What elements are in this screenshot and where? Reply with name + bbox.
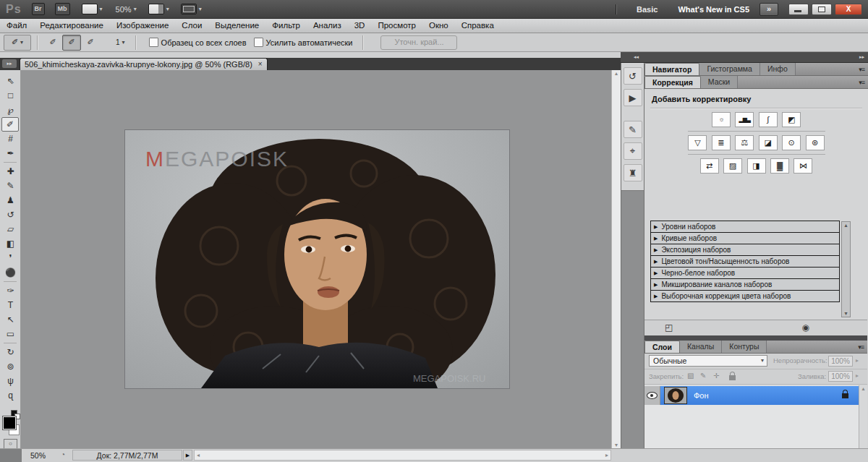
brush-tool[interactable]: ✎ — [0, 179, 21, 193]
healing-brush-tool[interactable]: ✚ — [0, 164, 21, 179]
preset-row-hue-saturation[interactable]: ▶ Цветовой тон/Насыщенность наборов — [650, 255, 840, 268]
photo-filter-icon[interactable]: ⊙ — [782, 135, 801, 150]
expanded-view-icon[interactable]: ◰ — [665, 322, 673, 333]
visibility-gutter[interactable] — [644, 386, 660, 405]
eyedropper-tool[interactable]: ✒ — [0, 146, 21, 161]
shape-tool[interactable]: ▭ — [0, 327, 21, 341]
status-flyout-icon[interactable]: ▶ — [183, 450, 192, 461]
presets-scrollbar[interactable]: ▴ ▾ — [841, 221, 851, 317]
fill-spinner-icon[interactable]: ▸ — [856, 372, 859, 379]
preset-row-black-white[interactable]: ▶ Черно-белое наборов — [650, 267, 840, 279]
exposure-icon[interactable]: ◩ — [782, 112, 801, 127]
marquee-tool[interactable]: □ — [0, 88, 21, 103]
selection-mode-new-button[interactable]: ✐ — [43, 35, 62, 51]
expand-triangle-icon[interactable]: ▶ — [654, 259, 658, 265]
screen-mode-icon[interactable] — [181, 4, 197, 14]
orbit-3d-tool[interactable]: ⊚ — [0, 359, 21, 374]
gradient-tool[interactable]: ◧ — [0, 236, 21, 251]
view-extras-icon[interactable] — [82, 4, 98, 14]
selection-mode-subtract-button[interactable]: ✐ — [81, 35, 100, 51]
canvas-horizontal-scrollbar[interactable]: ◂ ▸ — [194, 450, 611, 461]
brightness-contrast-icon[interactable]: ☼ — [712, 112, 731, 127]
black-white-icon[interactable]: ◪ — [759, 135, 778, 150]
layer-name[interactable]: Фон — [694, 391, 835, 400]
expand-triangle-icon[interactable]: ▶ — [654, 294, 658, 299]
lock-pixels-icon[interactable]: ✎ — [700, 372, 706, 380]
panel-menu-icon[interactable]: ▾≡ — [858, 343, 864, 351]
arrange-documents-icon[interactable] — [148, 4, 164, 14]
expand-triangle-icon[interactable]: ▶ — [654, 270, 658, 276]
foreground-color-swatch[interactable] — [3, 416, 16, 429]
brush-presets-panel-icon[interactable]: ✎ — [624, 121, 642, 138]
lock-transparency-icon[interactable]: ▧ — [687, 372, 694, 380]
history-brush-tool[interactable]: ↺ — [0, 208, 21, 222]
zoom-level-field[interactable]: 50% — [116, 5, 132, 14]
close-button[interactable]: X — [835, 4, 862, 15]
menu-filter[interactable]: Фильтр — [265, 19, 307, 33]
menu-select[interactable]: Выделение — [208, 19, 265, 33]
eye-icon[interactable] — [647, 392, 658, 399]
expand-triangle-icon[interactable]: ▶ — [654, 247, 658, 253]
layer-row-background[interactable]: Фон — [644, 386, 859, 405]
rotate-3d-tool[interactable]: ↻ — [0, 345, 21, 359]
current-tool-preset[interactable]: ✐ ▾ — [4, 35, 31, 51]
selective-color-icon[interactable]: ⋈ — [793, 158, 812, 174]
menu-view[interactable]: Просмотр — [371, 19, 422, 33]
expand-triangle-icon[interactable]: ▶ — [654, 224, 658, 230]
expand-triangle-icon[interactable]: ▶ — [654, 282, 658, 288]
cs-live-button[interactable]: » — [760, 3, 778, 16]
workspace-switcher[interactable]: Basic — [637, 5, 658, 14]
fill-value[interactable]: 100% — [828, 371, 853, 382]
scroll-right-icon[interactable]: ▸ — [605, 452, 608, 458]
eraser-tool[interactable]: ▱ — [0, 222, 21, 236]
view-extras-caret-icon[interactable]: ▾ — [100, 6, 103, 12]
invert-icon[interactable]: ⇄ — [700, 158, 719, 174]
menu-layers[interactable]: Слои — [175, 19, 208, 33]
zoom-tool[interactable]: ɋ — [0, 388, 21, 403]
statusbar-zoom-field[interactable]: 50% — [30, 451, 46, 460]
tool-presets-panel-icon[interactable]: ♜ — [624, 164, 642, 181]
dodge-tool[interactable]: ⚫ — [0, 265, 21, 280]
zoom-caret-icon[interactable]: ▾ — [134, 6, 137, 12]
sample-all-layers-checkbox[interactable] — [149, 38, 158, 47]
preset-row-channel-mixer[interactable]: ▶ Микширование каналов наборов — [650, 278, 840, 291]
tab-paths[interactable]: Контуры — [722, 341, 767, 353]
clone-stamp-tool[interactable]: ♟ — [0, 193, 21, 208]
scroll-up-icon[interactable]: ▴ — [861, 385, 864, 392]
tab-overflow-icon[interactable]: ▸▸ — [2, 59, 17, 68]
quick-selection-tool[interactable]: ✐ — [1, 117, 19, 132]
tab-info[interactable]: Инфо — [760, 63, 796, 75]
preset-row-selective-color[interactable]: ▶ Выборочная коррекция цвета наборов — [650, 290, 840, 302]
brush-size-value[interactable]: 1 — [116, 38, 120, 46]
opacity-value[interactable]: 100% — [828, 356, 853, 367]
clip-to-layer-icon[interactable]: ◉ — [802, 322, 809, 333]
tab-masks[interactable]: Маски — [701, 76, 738, 88]
document-image[interactable]: MEGAPOISK MEGAPOISK.RU — [125, 130, 509, 388]
scroll-left-icon[interactable]: ◂ — [197, 452, 200, 458]
blur-tool[interactable]: ❜ — [0, 251, 21, 265]
opacity-spinner-icon[interactable]: ▸ — [856, 357, 859, 364]
tab-channels[interactable]: Каналы — [680, 341, 722, 353]
menu-window[interactable]: Окно — [422, 19, 455, 33]
layer-thumbnail[interactable] — [665, 388, 686, 403]
tab-histogram[interactable]: Гистограмма — [699, 63, 760, 75]
threshold-icon[interactable]: ◨ — [747, 158, 766, 174]
history-panel-icon[interactable]: ↺ — [624, 67, 642, 85]
scroll-down-icon[interactable]: ▾ — [615, 442, 618, 448]
expand-triangle-icon[interactable]: ▶ — [654, 236, 658, 241]
menu-3d[interactable]: 3D — [348, 19, 372, 33]
menu-analysis[interactable]: Анализ — [307, 19, 348, 33]
curves-icon[interactable]: ∫ — [759, 112, 778, 127]
menu-image[interactable]: Изображение — [110, 19, 175, 33]
vibrance-icon[interactable]: ▽ — [688, 135, 707, 150]
mini-bridge-button[interactable]: Mb — [55, 3, 70, 15]
levels-icon[interactable]: ▂▆▃ — [735, 112, 754, 127]
preset-row-exposure[interactable]: ▶ Экспозиция наборов — [650, 244, 840, 256]
minimize-button[interactable] — [788, 4, 809, 15]
hue-saturation-icon[interactable]: ≣ — [712, 135, 731, 150]
menu-edit[interactable]: Редактирование — [33, 19, 110, 33]
clone-source-panel-icon[interactable]: ⌖ — [624, 142, 642, 160]
move-tool[interactable]: ⇖ — [0, 74, 21, 88]
refine-edge-button[interactable]: Уточн. край... — [380, 35, 457, 50]
preset-row-levels[interactable]: ▶ Уровни наборов — [650, 221, 840, 233]
